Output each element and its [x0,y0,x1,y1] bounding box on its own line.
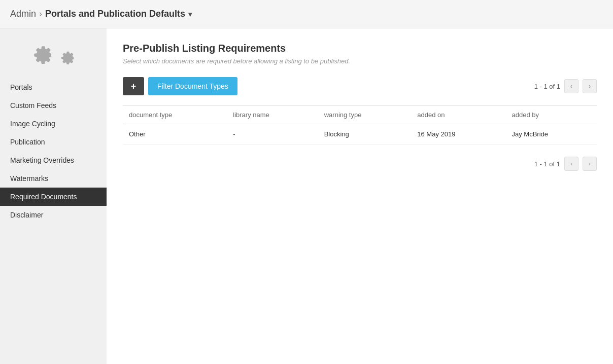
table-header-row: document typelibrary namewarning typeadd… [123,106,597,124]
bottom-pagination-text: 1 - 1 of 1 [534,160,560,168]
col-header-library_name: library name [227,106,318,124]
sidebar-item-required-documents[interactable]: Required Documents [0,188,107,206]
page-title: Pre-Publish Listing Requirements [123,43,597,54]
breadcrumb: Admin › Portals and Publication Defaults… [10,9,192,19]
col-header-warning_type: warning type [318,106,412,124]
top-header: Admin › Portals and Publication Defaults… [0,0,613,28]
admin-link[interactable]: Admin [10,9,36,19]
page-breadcrumb-title: Portals and Publication Defaults [45,9,185,19]
filter-document-types-button[interactable]: Filter Document Types [148,77,237,95]
bottom-next-page-button[interactable]: › [583,157,597,171]
gear-large-icon [29,42,56,68]
cell-added_on: 16 May 2019 [411,124,505,144]
sidebar-item-image-cycling[interactable]: Image Cycling [0,115,107,133]
top-pagination: 1 - 1 of 1 ‹ › [534,79,597,93]
pagination-text: 1 - 1 of 1 [534,83,560,90]
add-button[interactable]: + [123,77,144,95]
cell-warning_type: Blocking [318,124,412,144]
sidebar-item-publication[interactable]: Publication [0,133,107,151]
next-page-button[interactable]: › [583,79,597,93]
sidebar-item-custom-feeds[interactable]: Custom Feeds [0,96,107,115]
sidebar: PortalsCustom FeedsImage CyclingPublicat… [0,28,107,364]
cell-document_type: Other [123,124,227,144]
sidebar-nav: PortalsCustom FeedsImage CyclingPublicat… [0,78,107,224]
dropdown-arrow-icon[interactable]: ▾ [188,10,192,18]
prev-page-button[interactable]: ‹ [564,79,578,93]
documents-table: document typelibrary namewarning typeadd… [123,105,597,144]
table-row: Other-Blocking16 May 2019Jay McBride [123,124,597,144]
col-header-added_by: added by [506,106,597,124]
breadcrumb-separator: › [39,9,42,19]
page-subtitle: Select which documents are required befo… [123,57,597,65]
cell-added_by: Jay McBride [506,124,597,144]
gear-small-icon [58,48,77,67]
sidebar-item-portals[interactable]: Portals [0,78,107,96]
bottom-prev-page-button[interactable]: ‹ [564,157,578,171]
sidebar-gear-icons [0,37,107,78]
sidebar-item-marketing-overrides[interactable]: Marketing Overrides [0,151,107,169]
sidebar-item-watermarks[interactable]: Watermarks [0,169,107,188]
col-header-document_type: document type [123,106,227,124]
cell-library_name: - [227,124,318,144]
bottom-pagination: 1 - 1 of 1 ‹ › [123,157,597,171]
content-area: Pre-Publish Listing Requirements Select … [107,28,613,364]
sidebar-item-disclaimer[interactable]: Disclaimer [0,206,107,224]
main-layout: PortalsCustom FeedsImage CyclingPublicat… [0,28,613,364]
col-header-added_on: added on [411,106,505,124]
toolbar: + Filter Document Types 1 - 1 of 1 ‹ › [123,77,597,95]
